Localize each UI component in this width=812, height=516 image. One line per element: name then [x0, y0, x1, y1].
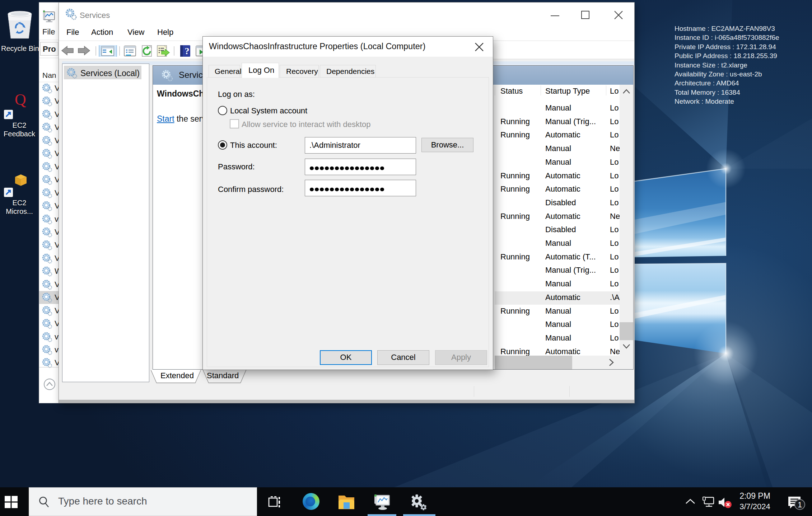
svg-text:1: 1: [798, 500, 802, 509]
svg-text:?: ?: [185, 46, 190, 56]
